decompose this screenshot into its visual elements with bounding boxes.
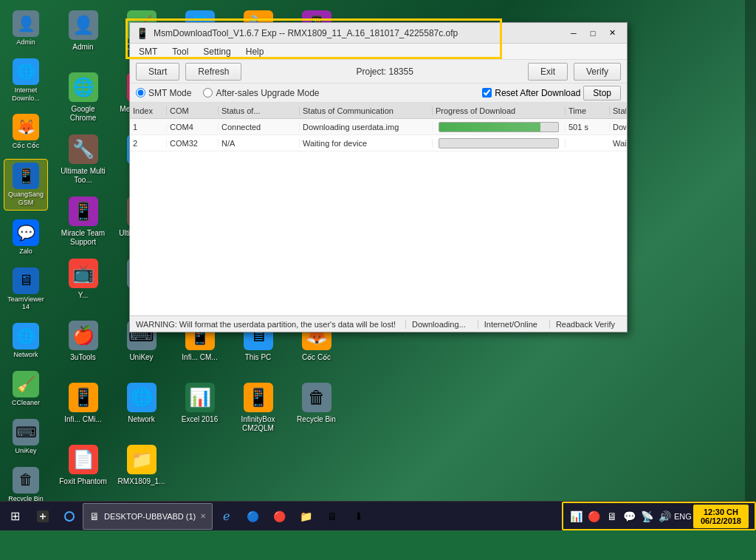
sidebar-item-label: UniKey xyxy=(15,447,36,455)
internet-icon: 🌐 xyxy=(13,58,39,85)
tray-icon1[interactable]: 📊 xyxy=(569,509,584,524)
desktop-icon-foxitphantom[interactable]: 📄 Foxit Phantom xyxy=(55,442,111,501)
menu-smt[interactable]: SMT xyxy=(133,45,163,58)
status-warning: WARNING: Will format the userdata partit… xyxy=(136,320,399,329)
taskbar-app-close[interactable]: ✕ xyxy=(200,512,206,520)
icon-label: Recycle Bin xyxy=(297,415,336,424)
aftersales-mode-radio[interactable] xyxy=(203,88,213,98)
close-button[interactable]: ✕ xyxy=(603,26,621,41)
tray-icon3[interactable]: 🖥 xyxy=(605,509,619,524)
y-desktop-icon: 📺 xyxy=(69,259,98,288)
taskbar-search[interactable] xyxy=(30,503,56,530)
status-internet: Internet/Online xyxy=(478,320,543,329)
desktop-icon-y[interactable]: 📺 Y... xyxy=(55,256,111,315)
td-status: Connected xyxy=(219,123,300,132)
desktop-icon-chrome[interactable]: 🌐 Google Chrome xyxy=(55,69,111,129)
icon-label: UniKey xyxy=(129,353,153,362)
maximize-button[interactable]: □ xyxy=(584,26,602,41)
sidebar-item-label: Cốc Cốc xyxy=(13,142,40,150)
sidebar-item-teamviewer[interactable]: 🖥 TeamViewer 14 xyxy=(4,264,48,315)
icon-label: Admin xyxy=(72,43,93,52)
taskbar-ie[interactable]: ℯ xyxy=(213,503,239,530)
menu-help[interactable]: Help xyxy=(240,45,270,58)
sidebar-item-ccleaner[interactable]: 🧹 CCleaner xyxy=(4,368,48,410)
refresh-button[interactable]: Refresh xyxy=(185,63,241,81)
desktop-icon-network2[interactable]: 🌐 Network xyxy=(114,380,169,439)
th-progress: Progress of Download xyxy=(433,106,566,115)
sidebar-item-admin[interactable]: 👤 Admin xyxy=(4,7,48,49)
excel-desktop-icon: 📊 xyxy=(185,383,215,412)
tray-volume[interactable]: 🔊 xyxy=(658,509,673,524)
exit-button[interactable]: Exit xyxy=(528,63,568,81)
taskbar-icon2[interactable]: 🔵 xyxy=(239,503,266,530)
desktop-icon-recyclebin2[interactable]: 🗑 Recycle Bin xyxy=(289,380,344,439)
aftersales-mode-label: After-sales Upgrade Mode xyxy=(216,88,319,98)
td-com: COM4 xyxy=(167,123,219,132)
tray-icon4[interactable]: 💬 xyxy=(622,509,637,524)
taskbar-app-desktop[interactable]: 🖥 DESKTOP-UBBVABD (1) ✕ xyxy=(83,503,213,530)
taskbar: ⊞ 🖥 DESKTOP-UBBVABD (1) ✕ ℯ 🔵 🔴 📁 🖥 ⬇ xyxy=(0,501,756,530)
desktop-icon-infinitybox[interactable]: 📱 InfinityBox CM2QLM xyxy=(230,380,286,439)
taskbar-cortana[interactable] xyxy=(56,503,83,530)
recyclebin-icon: 🗑 xyxy=(13,467,39,494)
tray-icon2[interactable]: 🔴 xyxy=(587,509,602,524)
th-index: Index xyxy=(130,106,167,115)
th-lastcomm: Status of Last Communication xyxy=(610,106,627,115)
tray-clock[interactable]: 12:30 CH 06/12/2018 xyxy=(693,505,749,528)
td-lastcomm: Waiting for device xyxy=(610,139,627,148)
unikey-icon: ⌨ xyxy=(13,419,39,445)
smt-mode-label: SMT Mode xyxy=(148,88,191,98)
th-time: Time xyxy=(566,106,610,115)
icon-label: Infi... CMi... xyxy=(64,415,102,424)
menu-tool[interactable]: Tool xyxy=(166,45,194,58)
reset-checkbox[interactable] xyxy=(482,88,492,98)
desktop-icon-admin[interactable]: 👤 Admin xyxy=(55,7,111,66)
sidebar-item-label: Zalo xyxy=(19,247,32,256)
taskbar-icon4[interactable]: 📁 xyxy=(292,503,319,530)
desktop-icon-miracleteam[interactable]: 📱 Miracle Team Support xyxy=(55,194,111,253)
desktop-icon-excel[interactable]: 📊 Excel 2016 xyxy=(172,380,227,439)
sidebar-item-label: CCleaner xyxy=(12,399,40,407)
smt-mode-option[interactable]: SMT Mode xyxy=(136,88,191,98)
sidebar-item-recyclebin[interactable]: 🗑 Recycle Bin xyxy=(4,464,48,506)
smt-mode-radio[interactable] xyxy=(136,88,145,98)
desktop-icon-ultimatemulti1[interactable]: 🔧 Ultimate Multi Too... xyxy=(55,132,111,191)
sidebar-item-network[interactable]: 🌐 Network xyxy=(4,320,48,362)
td-lastcomm: Downloading userdata.img xyxy=(610,123,627,132)
taskbar-icon3[interactable]: 🔴 xyxy=(266,503,292,530)
taskbar-icon6[interactable]: ⬇ xyxy=(346,503,372,530)
icon-label: Excel 2016 xyxy=(182,415,218,424)
network-icon: 🌐 xyxy=(13,323,39,349)
icon-label: Y... xyxy=(78,291,89,300)
sidebar-item-unikey[interactable]: ⌨ UniKey xyxy=(4,416,48,458)
icon-label: Ultimate Multi Too... xyxy=(58,167,108,185)
verify-button[interactable]: Verify xyxy=(574,63,621,81)
aftersales-mode-option[interactable]: After-sales Upgrade Mode xyxy=(203,88,319,98)
icon-label: Cốc Cốc xyxy=(302,353,331,362)
tray-language[interactable]: ENG xyxy=(676,509,690,524)
start-button[interactable]: ⊞ xyxy=(0,502,30,531)
taskbar-icon5[interactable]: 🖥 xyxy=(319,503,346,530)
icon-label: 3uTools xyxy=(70,353,95,362)
table-body: 1 COM4 Connected Downloading userdata.im… xyxy=(130,119,627,315)
sidebar-item-quangsang[interactable]: 📱 QuangSang GSM xyxy=(4,159,48,211)
desktop-icon-rmx[interactable]: 📁 RMX1809_1... xyxy=(114,442,169,501)
desktop-edge xyxy=(745,0,756,530)
td-progress xyxy=(433,122,566,132)
sidebar-item-label: Network xyxy=(13,351,38,359)
stop-button[interactable]: Stop xyxy=(583,86,621,100)
tray-network[interactable]: 📡 xyxy=(640,509,655,524)
start-button[interactable]: Start xyxy=(136,63,179,81)
progress-bar-container xyxy=(439,122,559,132)
desktop-icon-3utools[interactable]: 🍎 3uTools xyxy=(55,318,111,377)
sidebar-item-internet[interactable]: 🌐 Internet Downlo... xyxy=(4,55,48,106)
desktop-icon-infi2[interactable]: 📱 Infi... CMi... xyxy=(55,380,111,439)
minimize-button[interactable]: ─ xyxy=(565,26,583,41)
miracleteam-desktop-icon: 📱 xyxy=(69,197,98,226)
quangsang-icon: 📱 xyxy=(13,163,39,189)
menu-setting[interactable]: Setting xyxy=(197,45,236,58)
sidebar-item-zalo[interactable]: 💬 Zalo xyxy=(4,216,48,259)
icon-label: This PC xyxy=(245,353,272,362)
sidebar-item-coccoc[interactable]: 🦊 Cốc Cốc xyxy=(4,111,48,153)
teamviewer-icon: 🖥 xyxy=(13,267,39,294)
